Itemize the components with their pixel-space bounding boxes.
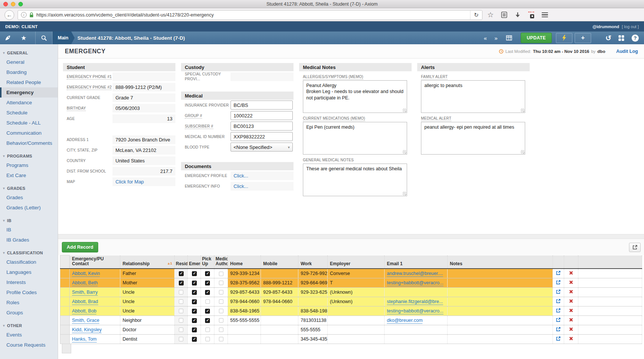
email-link[interactable]: andrew.truschel@breuer.... [387,271,443,277]
emergency-phone-2-value[interactable]: 888-999-1212 (P2/M) [112,83,175,92]
birthday-value[interactable]: 05/06/2003 [112,104,175,113]
col-emergency[interactable]: Emerg [188,255,201,269]
history-button[interactable]: ↺ [602,34,615,42]
col-home[interactable]: Home [228,255,261,269]
delete-icon[interactable] [569,308,573,312]
delete-icon[interactable] [569,280,573,284]
external-link-icon[interactable] [556,327,561,332]
sidebar-item-profile-codes[interactable]: Profile Codes [0,287,58,297]
sidebar-item-ib[interactable]: IB [0,225,58,235]
sidebar-item-attendance[interactable]: Attendance [0,98,58,108]
col-notes[interactable]: Notes [448,255,553,269]
contact-link[interactable]: Abbott, Brad [72,299,98,305]
pick-up-checkbox[interactable] [205,271,210,276]
emergency-contact-checkbox[interactable] [192,290,197,295]
row-handle[interactable] [60,325,70,334]
family-alert-textarea[interactable]: allergic to peanuts [421,80,525,113]
contact-link[interactable]: Abbott, Bob [72,308,96,314]
zoom-window-icon[interactable] [18,2,23,6]
external-link-icon[interactable] [556,317,561,322]
sidebar-section-general[interactable]: ▾GENERAL [0,49,58,57]
allergies-textarea[interactable]: Peanut Allergy Broken Leg - needs to use… [303,80,407,113]
medical-auth-checkbox[interactable] [219,318,223,323]
emergency-phone-1-value[interactable] [112,72,175,81]
sidebar-item-general[interactable]: General [0,57,58,67]
col-employer[interactable]: Employer [328,255,385,269]
email-link[interactable]: stephanie.fitzgerald@bre... [387,299,443,305]
external-link-icon[interactable] [556,280,561,285]
special-custody-value[interactable] [231,72,294,81]
sidebar-item-schedule[interactable]: Schedule [0,108,58,118]
sidebar-item-schedule-all[interactable]: Schedule - ALL [0,118,58,128]
search-button[interactable] [35,32,52,44]
username[interactable]: @idrummond [593,24,619,29]
sidebar-item-communication[interactable]: Communication [0,128,58,138]
emergency-contact-checkbox[interactable] [192,337,197,342]
sidebar-item-ext-care[interactable]: Ext Care [0,170,58,180]
resides-checkbox[interactable] [179,318,183,323]
row-handle[interactable] [60,297,70,306]
sidebar-item-related-people[interactable]: Related People [0,77,58,87]
sidebar-item-groups[interactable]: Groups [0,308,58,318]
external-link-icon[interactable] [556,299,561,303]
add-button[interactable]: + [575,33,591,43]
pick-up-checkbox[interactable] [205,318,210,323]
medical-auth-checkbox[interactable] [219,281,223,285]
delete-icon[interactable] [569,299,573,303]
pick-up-checkbox[interactable] [205,337,210,341]
resides-checkbox[interactable] [179,309,183,313]
audit-log-link[interactable]: Audit Log [616,49,638,54]
col-email[interactable]: Email 1 [385,255,448,269]
email-link[interactable]: dko@breuer.com [387,318,422,324]
medications-textarea[interactable]: Epi Pen (current meds) [303,122,407,155]
resides-checkbox[interactable] [179,337,183,341]
resides-checkbox[interactable] [179,271,184,276]
emergency-contact-checkbox[interactable] [192,327,197,332]
row-handle[interactable] [60,287,70,297]
sidebar-item-grades-letter[interactable]: Grades (Letter) [0,203,58,213]
delete-icon[interactable] [569,327,573,331]
quick-action-button[interactable] [556,33,572,43]
subscriber-number-input[interactable] [231,122,293,131]
sidebar-item-interests[interactable]: Interests [0,277,58,287]
resides-checkbox[interactable] [179,290,183,294]
medical-alert-textarea[interactable]: peanut allergy- epi pen required at all … [421,122,525,155]
extension-icon[interactable] [528,12,534,18]
delete-icon[interactable] [569,271,573,275]
col-pick-up[interactable]: Pick Up [201,255,214,269]
minimize-window-icon[interactable] [11,2,15,6]
medical-auth-checkbox[interactable] [219,309,223,313]
sidebar-item-classification[interactable]: Classification [0,257,58,267]
delete-icon[interactable] [569,336,573,341]
col-contact[interactable]: Emergency/PU Contact [70,255,120,269]
insurance-provider-input[interactable] [231,101,293,110]
add-record-button[interactable]: Add Record [62,242,98,252]
launch-button[interactable] [0,32,16,44]
bookmark-star-icon[interactable]: ☆ [487,11,494,18]
sidebar-section-classification[interactable]: ▾CLASSIFICATION [0,249,58,257]
external-link-icon[interactable] [556,289,561,294]
group-number-input[interactable] [231,111,293,120]
medical-auth-checkbox[interactable] [219,337,223,341]
contact-link[interactable]: Abbott, Kevin [72,271,100,277]
next-record-button[interactable]: » [491,35,501,41]
pick-up-checkbox[interactable] [205,299,210,304]
external-link-icon[interactable] [556,308,561,313]
sidebar-section-programs[interactable]: ▾PROGRAMS [0,152,58,160]
delete-icon[interactable] [569,290,573,294]
emergency-contact-checkbox[interactable] [192,318,197,323]
col-work[interactable]: Work [298,255,328,269]
resides-checkbox[interactable] [179,327,183,332]
row-handle[interactable] [60,334,70,344]
sidebar-item-languages[interactable]: Languages [0,267,58,277]
sidebar-item-behavior-comments[interactable]: Behavior/Comments [0,138,58,148]
pick-up-checkbox[interactable] [205,290,210,295]
sidebar-item-boarding[interactable]: Boarding [0,67,58,77]
medical-auth-checkbox[interactable] [219,299,223,304]
map-link[interactable]: Click for Map [115,179,144,185]
tab-main[interactable]: Main [52,32,71,44]
row-handle[interactable] [60,315,70,325]
col-medical-auth[interactable]: Medic Autho [214,255,228,269]
email-link[interactable]: testing+babbott@veracro... [387,280,443,286]
general-medical-notes-textarea[interactable]: These are general medical notes about Sh… [303,164,407,196]
